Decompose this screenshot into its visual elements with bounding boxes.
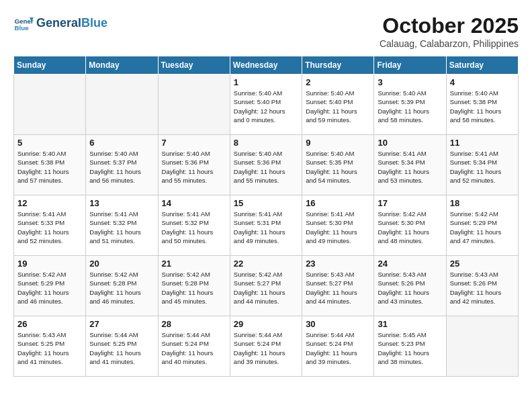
calendar-header-row: SundayMondayTuesdayWednesdayThursdayFrid…	[14, 56, 519, 75]
day-number: 4	[450, 77, 515, 87]
calendar-cell: 16Sunrise: 5:41 AMSunset: 5:30 PMDayligh…	[302, 195, 374, 256]
day-info: Sunrise: 5:40 AMSunset: 5:40 PMDaylight:…	[234, 89, 298, 124]
day-info: Sunrise: 5:41 AMSunset: 5:32 PMDaylight:…	[162, 210, 226, 245]
day-number: 1	[234, 77, 298, 87]
day-info: Sunrise: 5:44 AMSunset: 5:25 PMDaylight:…	[89, 330, 154, 366]
calendar-cell	[158, 75, 230, 135]
day-info: Sunrise: 5:40 AMSunset: 5:38 PMDaylight:…	[17, 149, 82, 185]
day-number: 3	[378, 77, 442, 87]
day-number: 24	[378, 259, 442, 269]
calendar-cell: 21Sunrise: 5:42 AMSunset: 5:28 PMDayligh…	[158, 256, 230, 316]
page-header: General Blue GeneralBlue October 2025 Ca…	[13, 13, 519, 49]
day-number: 8	[234, 138, 298, 148]
day-info: Sunrise: 5:43 AMSunset: 5:27 PMDaylight:…	[306, 270, 370, 306]
day-info: Sunrise: 5:44 AMSunset: 5:24 PMDaylight:…	[234, 330, 298, 366]
calendar-cell: 10Sunrise: 5:41 AMSunset: 5:34 PMDayligh…	[374, 135, 446, 195]
title-block: October 2025 Calauag, Calabarzon, Philip…	[380, 13, 519, 49]
day-number: 14	[162, 198, 226, 208]
week-row-1: 1Sunrise: 5:40 AMSunset: 5:40 PMDaylight…	[14, 75, 519, 135]
day-info: Sunrise: 5:40 AMSunset: 5:35 PMDaylight:…	[306, 149, 370, 185]
day-number: 31	[378, 319, 442, 329]
location-subtitle: Calauag, Calabarzon, Philippines	[380, 38, 519, 49]
day-number: 7	[162, 138, 226, 148]
day-info: Sunrise: 5:42 AMSunset: 5:29 PMDaylight:…	[450, 210, 515, 245]
calendar-cell: 5Sunrise: 5:40 AMSunset: 5:38 PMDaylight…	[14, 135, 86, 195]
calendar-cell: 6Sunrise: 5:40 AMSunset: 5:37 PMDaylight…	[86, 135, 158, 195]
day-info: Sunrise: 5:40 AMSunset: 5:39 PMDaylight:…	[378, 89, 442, 124]
day-number: 17	[378, 198, 442, 208]
calendar-cell	[446, 316, 518, 377]
col-header-saturday: Saturday	[446, 56, 518, 75]
day-info: Sunrise: 5:40 AMSunset: 5:37 PMDaylight:…	[89, 149, 154, 185]
day-number: 16	[306, 198, 370, 208]
calendar-cell: 14Sunrise: 5:41 AMSunset: 5:32 PMDayligh…	[158, 195, 230, 256]
calendar-cell: 1Sunrise: 5:40 AMSunset: 5:40 PMDaylight…	[230, 75, 302, 135]
calendar-cell	[14, 75, 86, 135]
day-info: Sunrise: 5:40 AMSunset: 5:36 PMDaylight:…	[162, 149, 226, 185]
calendar-cell: 25Sunrise: 5:43 AMSunset: 5:26 PMDayligh…	[446, 256, 518, 316]
month-title: October 2025	[380, 13, 519, 38]
day-info: Sunrise: 5:41 AMSunset: 5:32 PMDaylight:…	[89, 210, 154, 245]
calendar-cell	[86, 75, 158, 135]
day-number: 25	[450, 259, 515, 269]
logo-text: GeneralBlue	[36, 17, 107, 30]
calendar-cell: 23Sunrise: 5:43 AMSunset: 5:27 PMDayligh…	[302, 256, 374, 316]
calendar-table: SundayMondayTuesdayWednesdayThursdayFrid…	[13, 56, 519, 377]
day-info: Sunrise: 5:41 AMSunset: 5:34 PMDaylight:…	[450, 149, 515, 185]
calendar-cell: 11Sunrise: 5:41 AMSunset: 5:34 PMDayligh…	[446, 135, 518, 195]
day-info: Sunrise: 5:45 AMSunset: 5:23 PMDaylight:…	[378, 330, 442, 366]
day-info: Sunrise: 5:41 AMSunset: 5:33 PMDaylight:…	[17, 210, 82, 245]
col-header-sunday: Sunday	[14, 56, 86, 75]
day-info: Sunrise: 5:42 AMSunset: 5:28 PMDaylight:…	[89, 270, 154, 306]
day-info: Sunrise: 5:41 AMSunset: 5:31 PMDaylight:…	[234, 210, 298, 245]
day-number: 15	[234, 198, 298, 208]
calendar-cell: 7Sunrise: 5:40 AMSunset: 5:36 PMDaylight…	[158, 135, 230, 195]
day-number: 18	[450, 198, 515, 208]
day-number: 10	[378, 138, 442, 148]
day-number: 26	[17, 319, 82, 329]
day-info: Sunrise: 5:41 AMSunset: 5:30 PMDaylight:…	[306, 210, 370, 245]
calendar-cell: 9Sunrise: 5:40 AMSunset: 5:35 PMDaylight…	[302, 135, 374, 195]
week-row-4: 19Sunrise: 5:42 AMSunset: 5:29 PMDayligh…	[14, 256, 519, 316]
calendar-cell: 24Sunrise: 5:43 AMSunset: 5:26 PMDayligh…	[374, 256, 446, 316]
day-number: 23	[306, 259, 370, 269]
day-number: 29	[234, 319, 298, 329]
calendar-cell: 17Sunrise: 5:42 AMSunset: 5:30 PMDayligh…	[374, 195, 446, 256]
day-info: Sunrise: 5:42 AMSunset: 5:29 PMDaylight:…	[17, 270, 82, 306]
day-number: 5	[17, 138, 82, 148]
day-info: Sunrise: 5:40 AMSunset: 5:38 PMDaylight:…	[450, 89, 515, 124]
calendar-cell: 20Sunrise: 5:42 AMSunset: 5:28 PMDayligh…	[86, 256, 158, 316]
day-number: 12	[17, 198, 82, 208]
col-header-tuesday: Tuesday	[158, 56, 230, 75]
calendar-cell: 4Sunrise: 5:40 AMSunset: 5:38 PMDaylight…	[446, 75, 518, 135]
calendar-cell: 13Sunrise: 5:41 AMSunset: 5:32 PMDayligh…	[86, 195, 158, 256]
day-number: 30	[306, 319, 370, 329]
day-info: Sunrise: 5:40 AMSunset: 5:36 PMDaylight:…	[234, 149, 298, 185]
day-info: Sunrise: 5:42 AMSunset: 5:28 PMDaylight:…	[162, 270, 226, 306]
day-number: 28	[162, 319, 226, 329]
calendar-cell: 28Sunrise: 5:44 AMSunset: 5:24 PMDayligh…	[158, 316, 230, 377]
week-row-3: 12Sunrise: 5:41 AMSunset: 5:33 PMDayligh…	[14, 195, 519, 256]
calendar-cell: 31Sunrise: 5:45 AMSunset: 5:23 PMDayligh…	[374, 316, 446, 377]
calendar-cell: 30Sunrise: 5:44 AMSunset: 5:24 PMDayligh…	[302, 316, 374, 377]
calendar-cell: 3Sunrise: 5:40 AMSunset: 5:39 PMDaylight…	[374, 75, 446, 135]
svg-text:Blue: Blue	[15, 24, 30, 32]
day-info: Sunrise: 5:42 AMSunset: 5:27 PMDaylight:…	[234, 270, 298, 306]
calendar-cell: 26Sunrise: 5:43 AMSunset: 5:25 PMDayligh…	[14, 316, 86, 377]
day-info: Sunrise: 5:44 AMSunset: 5:24 PMDaylight:…	[162, 330, 226, 366]
day-info: Sunrise: 5:40 AMSunset: 5:40 PMDaylight:…	[306, 89, 370, 124]
col-header-friday: Friday	[374, 56, 446, 75]
day-number: 19	[17, 259, 82, 269]
col-header-thursday: Thursday	[302, 56, 374, 75]
day-info: Sunrise: 5:42 AMSunset: 5:30 PMDaylight:…	[378, 210, 442, 245]
logo-icon: General Blue	[13, 13, 34, 34]
col-header-monday: Monday	[86, 56, 158, 75]
col-header-wednesday: Wednesday	[230, 56, 302, 75]
day-number: 13	[89, 198, 154, 208]
day-number: 21	[162, 259, 226, 269]
week-row-2: 5Sunrise: 5:40 AMSunset: 5:38 PMDaylight…	[14, 135, 519, 195]
day-number: 6	[89, 138, 154, 148]
day-info: Sunrise: 5:43 AMSunset: 5:26 PMDaylight:…	[378, 270, 442, 306]
day-info: Sunrise: 5:43 AMSunset: 5:25 PMDaylight:…	[17, 330, 82, 366]
day-info: Sunrise: 5:41 AMSunset: 5:34 PMDaylight:…	[378, 149, 442, 185]
